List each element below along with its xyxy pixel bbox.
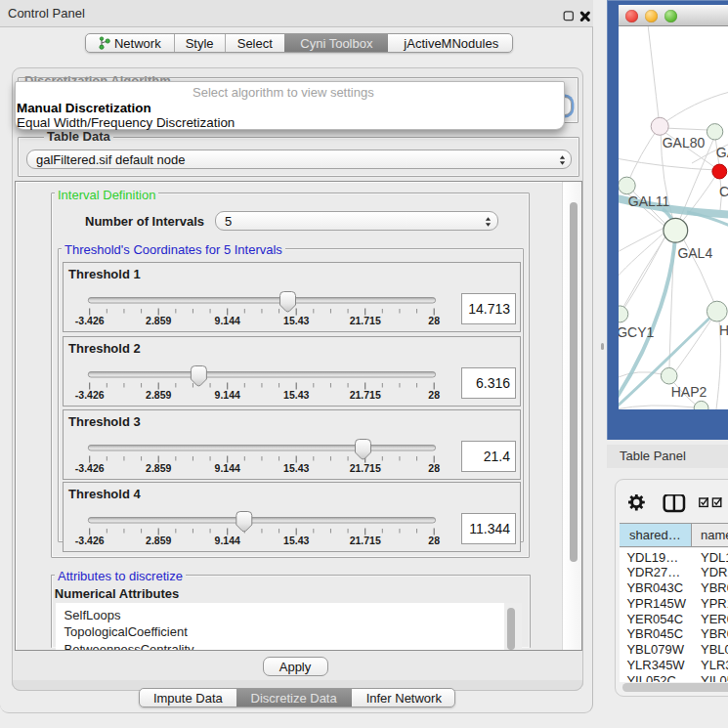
svg-text:21.715: 21.715 [350,314,381,325]
svg-text:9.144: 9.144 [215,462,240,474]
svg-text:28: 28 [428,462,440,474]
svg-text:9.144: 9.144 [215,535,240,546]
svg-text:GCY1: GCY1 [619,324,655,340]
svg-text:21.715: 21.715 [350,388,381,400]
svg-text:CY: CY [719,184,728,199]
svg-text:28: 28 [428,535,440,546]
svg-text:-3.426: -3.426 [75,388,105,400]
svg-text:GAL4: GAL4 [677,245,712,261]
svg-text:HAP2: HAP2 [670,384,707,400]
svg-text:-3.426: -3.426 [75,535,105,546]
svg-text:2.859: 2.859 [146,462,171,474]
svg-text:9.144: 9.144 [215,314,240,325]
svg-text:-3.426: -3.426 [75,462,105,474]
svg-text:15.43: 15.43 [283,314,309,325]
svg-text:21.715: 21.715 [350,462,381,474]
svg-text:GA: GA [715,145,728,160]
svg-text:15.43: 15.43 [283,535,309,546]
svg-text:15.43: 15.43 [283,462,309,474]
svg-text:H: H [719,322,728,338]
svg-text:15.43: 15.43 [283,388,309,400]
svg-text:GAL11: GAL11 [627,193,669,209]
svg-text:2.859: 2.859 [146,388,171,400]
svg-text:2.859: 2.859 [146,535,171,546]
svg-text:21.715: 21.715 [350,535,381,546]
svg-text:GAL80: GAL80 [662,136,705,151]
svg-text:2.859: 2.859 [146,314,171,325]
svg-text:-3.426: -3.426 [75,314,105,325]
svg-text:28: 28 [428,388,440,400]
svg-text:9.144: 9.144 [215,388,240,400]
svg-text:28: 28 [428,314,440,325]
